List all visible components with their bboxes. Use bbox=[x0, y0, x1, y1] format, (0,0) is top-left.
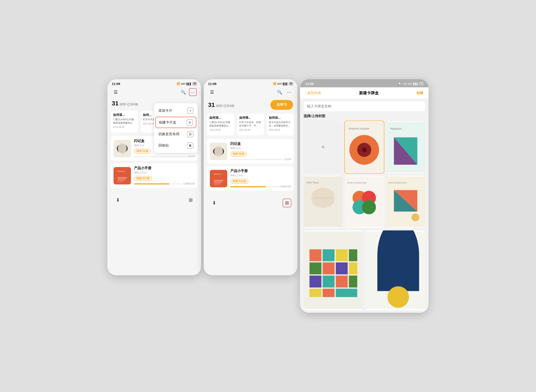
text-card-title-2-3: 如何设... bbox=[269, 116, 292, 120]
screen2: 11:09 📶 WiFi ▌▌▌ 89 ☰ 🔍 ⋯ 31 待学/ 已学0张 去学… bbox=[204, 79, 297, 275]
text-card-body-2-1: 1.通过LaTeX公式编辑器选择需要的公... bbox=[209, 121, 232, 127]
svg-rect-42 bbox=[323, 276, 335, 288]
deck-thumb-product-1: Egalitarianism. bbox=[113, 167, 131, 184]
deck-time-product-2: 学时 2.5 m bbox=[230, 174, 291, 177]
deck-name-flash-2: 闪记盒 bbox=[230, 142, 291, 146]
svg-rect-11 bbox=[214, 184, 220, 185]
text-card-2-3[interactable]: 如何设... 新卡片盒点开始学习后，会弹窗选择记... 2022-08-08 bbox=[267, 114, 294, 135]
progress-text-flash-2: 已学0/0 bbox=[284, 158, 291, 161]
status-icons-3: 💬 3.00 WiFi ▌▌▌ 79 bbox=[398, 82, 423, 85]
text-card-date-2-1: 2022-08-08 bbox=[209, 129, 232, 131]
status-time-2: 11:09 bbox=[208, 82, 216, 86]
deck-thumb-flash-2 bbox=[210, 143, 227, 160]
text-card-date-2-2: 2022-08-08 bbox=[239, 129, 262, 131]
svg-rect-41 bbox=[309, 276, 321, 288]
svg-rect-46 bbox=[323, 289, 335, 297]
stats-block-2: 31 待学/ 已学0张 bbox=[208, 102, 235, 108]
status-time-1: 11:09 bbox=[112, 82, 120, 86]
menu-icon-1[interactable]: ☰ bbox=[112, 88, 120, 96]
deck-product-2[interactable]: Egalitarianism. 产品小手册 学时 2.5 m 待复习31张 已掌… bbox=[207, 166, 294, 191]
download-icon-1[interactable]: ⬇ bbox=[113, 196, 122, 205]
add-card-label: 添加卡片 bbox=[158, 108, 172, 113]
deck-name-product-2: 产品小手册 bbox=[230, 169, 291, 173]
more-icon-1[interactable]: ⋯ bbox=[189, 88, 197, 96]
more-icon-2[interactable]: ⋯ bbox=[285, 88, 293, 96]
bottom-bar-2: ⬇ ⊞ bbox=[204, 195, 297, 211]
cover-grid-row1: + Sherlock Holmes Napol bbox=[300, 121, 428, 173]
swami-cover-cell[interactable]: Swami Vivekananda bbox=[345, 176, 384, 228]
text-card-2-2[interactable]: 如何筛... 打开卡片盒后，在我的卡牌下方，可... 2022-08-08 bbox=[237, 114, 264, 135]
progress-text-product-1: 已掌握23/31 bbox=[183, 182, 195, 185]
mosaic-cover-cell[interactable] bbox=[304, 230, 363, 310]
stats-label-1: 待学/ 已学0张 bbox=[120, 103, 138, 106]
svg-rect-36 bbox=[309, 262, 321, 274]
back-label: 返回列表 bbox=[307, 91, 321, 95]
svg-point-49 bbox=[387, 286, 409, 308]
progress-container-flash-2: 已学0/0 bbox=[230, 158, 291, 161]
status-icons-1: 📶 WiFi ▌▌▌ 89 bbox=[177, 82, 197, 85]
deck-badge-product-2: 待复习31张 bbox=[230, 179, 248, 184]
bottom-bar-1: ⬇ ⊞ bbox=[108, 192, 201, 208]
arthur-cover-cell[interactable]: Arthur Schopenhauer bbox=[386, 176, 425, 228]
svg-rect-35 bbox=[336, 249, 348, 261]
study-button[interactable]: 去学习 bbox=[270, 100, 293, 110]
add-bottom-icon-1[interactable]: ⊞ bbox=[186, 196, 195, 205]
svg-text:Arthur Schopenhauer: Arthur Schopenhauer bbox=[388, 182, 407, 184]
status-bar-1: 11:09 📶 WiFi ▌▌▌ 89 bbox=[108, 79, 201, 86]
text-card-body-2-3: 新卡片盒点开始学习后，会弹窗选择记... bbox=[269, 121, 292, 127]
blue-circle-cover-cell[interactable] bbox=[365, 230, 425, 310]
battery-1: 89 bbox=[193, 82, 197, 85]
svg-text:Egalitarianism.: Egalitarianism. bbox=[117, 171, 126, 172]
progress-bg-flash-1 bbox=[134, 156, 186, 157]
svg-rect-3 bbox=[118, 177, 127, 179]
switch-layout-label: 切换首页布局 bbox=[158, 132, 179, 136]
text-card-2-1[interactable]: 如何添... 1.通过LaTeX公式编辑器选择需要的公... 2022-08-0… bbox=[207, 114, 235, 135]
recycle-item[interactable]: 回收站 🗑 bbox=[154, 140, 198, 151]
switch-layout-item[interactable]: 切换首页布局 ☰ bbox=[154, 128, 198, 140]
add-card-item[interactable]: 添加卡片 + bbox=[154, 105, 198, 116]
progress-bg-flash-2 bbox=[230, 159, 282, 160]
progress-container-flash-1: 已学0/0 bbox=[134, 155, 195, 158]
text-card-title-2-2: 如何筛... bbox=[239, 116, 262, 120]
back-button[interactable]: ‹ 返回列表 bbox=[305, 91, 321, 95]
text-card-title-1-1: 如何添... bbox=[113, 113, 136, 117]
deck-name-input[interactable] bbox=[307, 104, 422, 108]
create-box-label: 创建卡片盒 bbox=[159, 120, 176, 125]
svg-point-16 bbox=[362, 148, 367, 152]
nav-bar-1: ☰ 🔍 ⋯ bbox=[108, 86, 201, 98]
signal-icon-1: ▌▌▌ bbox=[187, 83, 192, 85]
svg-text:Sherlock Holmes: Sherlock Holmes bbox=[349, 127, 369, 130]
text-card-body-1-1: 1.通过LaTeX公式编辑器选择需要的公... bbox=[113, 118, 136, 125]
svg-rect-5 bbox=[118, 181, 123, 182]
name-input-section bbox=[304, 101, 425, 111]
search-icon-1[interactable]: 🔍 bbox=[179, 88, 187, 96]
deck-name-product-1: 产品小手册 bbox=[134, 166, 195, 171]
svg-rect-37 bbox=[323, 262, 335, 274]
download-icon-2[interactable]: ⬇ bbox=[210, 199, 219, 207]
svg-rect-38 bbox=[336, 262, 348, 274]
svg-rect-34 bbox=[323, 249, 335, 261]
text-card-1-1[interactable]: 如何添... 1.通过LaTeX公式编辑器选择需要的公... 2022-08-0… bbox=[111, 111, 138, 133]
svg-text:Napoleon: Napoleon bbox=[390, 127, 402, 130]
svg-text:Swami Vivekananda: Swami Vivekananda bbox=[347, 182, 367, 184]
progress-container-product-1: 已掌握23/31 bbox=[134, 182, 195, 185]
menu-icon-2[interactable]: ☰ bbox=[208, 88, 216, 96]
deck-flash-2[interactable]: 闪记盒 学时 0 m 待学习0张 已学0/0 bbox=[207, 139, 294, 163]
deck-product-1[interactable]: Egalitarianism. 产品小手册 学时 2.5 m 待复习31张 已掌… bbox=[111, 163, 198, 188]
search-icon-2[interactable]: 🔍 bbox=[276, 88, 283, 96]
deck-info-product-2: 产品小手册 学时 2.5 m 待复习31张 已掌握23/31 bbox=[230, 169, 291, 188]
svg-rect-10 bbox=[214, 182, 221, 183]
text-card-body-2-2: 打开卡片盒后，在我的卡牌下方，可... bbox=[239, 121, 262, 127]
recycle-label: 回收站 bbox=[158, 143, 169, 148]
sherlock-cover-cell[interactable]: Sherlock Holmes bbox=[345, 121, 384, 173]
napoleon-cover-cell[interactable]: Napoleon bbox=[386, 121, 425, 173]
add-icon: + bbox=[187, 107, 193, 114]
create-button[interactable]: 创建 bbox=[416, 91, 423, 95]
add-bottom-icon-2[interactable]: ⊞ bbox=[282, 199, 291, 207]
add-cover-cell[interactable]: + bbox=[304, 121, 343, 173]
battery-2: 89 bbox=[289, 82, 293, 85]
create-box-item[interactable]: 创建卡片盒 ⊙ bbox=[155, 117, 196, 128]
mark-twain-cover-cell[interactable]: Mark Twain bbox=[304, 176, 343, 228]
third-nav: ‹ 返回列表 新建卡牌盒 创建 bbox=[300, 87, 428, 99]
progress-text-flash-1: 已学0/0 bbox=[188, 155, 195, 158]
